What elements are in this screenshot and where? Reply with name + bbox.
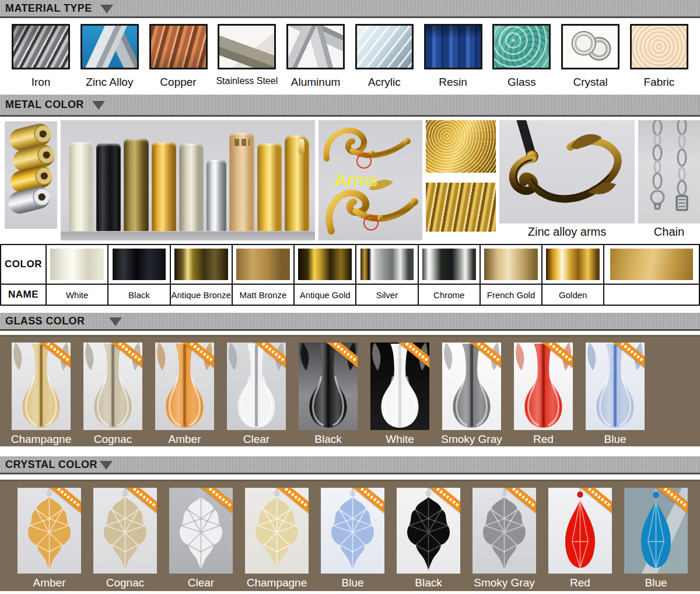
glass-color-card: White [370,343,429,446]
section-title-glass-color: GLASS COLOR [5,315,85,327]
gold-closeups [426,120,496,232]
gold-texture-closeup [426,120,496,173]
crystal-color-photo [169,488,233,574]
glass-color-card: Blue [586,343,645,446]
metal-color-name: Matt Bronze [239,290,286,300]
metal-color-name: Chrome [433,290,464,300]
zinc-alloy-arms-caption: Zinc alloy arms [499,223,635,240]
gold-ridged-closeup [426,183,496,232]
material-photo [80,24,139,69]
crystal-color-photo [321,488,384,574]
metal-color-swatch [236,249,290,280]
glass-color-row: Champagne Cognac [0,335,700,446]
metal-color-swatch-cell [481,245,542,284]
zinc-arm-graphic [499,120,635,223]
cylinder-french-gold [229,133,254,231]
metal-color-name-cell: Antique Bronze [171,285,233,305]
material-item: Aluminum [283,24,348,89]
metal-color-table: COLOR NAME White Black Antique Bronze Ma… [0,244,700,306]
crystal-color-card: Champagne [245,488,309,589]
metal-color-photos: Arms Zinc alloy arms [0,117,700,242]
glass-color-photo [442,343,501,430]
chain-block: Chain [638,120,700,240]
material-label: Aluminum [291,76,340,89]
crystal-color-card: Amber [18,488,81,589]
section-header-metal-color: METAL COLOR [0,95,700,117]
metal-color-name-cell [604,285,699,305]
color-row-header: COLOR [1,245,47,284]
product-spec-sheet: MATERIAL TYPE Iron Zinc Alloy Copper Sta… [0,0,700,591]
glass-color-photo [155,343,214,430]
material-item: Stainless Steel [214,24,279,89]
metal-color-swatch [50,249,104,280]
metal-color-swatch-cell [233,245,295,284]
material-item: Crystal [558,24,623,89]
material-label: Glass [508,76,536,89]
cylinder-antique-bronze [124,139,148,231]
section-header-crystal-color: CRYSTAL COLOR [0,456,700,474]
crystal-color-label: Blue [341,576,363,589]
section-title-metal-color: METAL COLOR [5,99,84,111]
material-label: Zinc Alloy [86,76,133,89]
metal-color-swatch-cell [108,245,170,284]
metal-color-name: White [66,290,88,300]
chain-graphic [638,120,700,223]
material-item: Acrylic [352,24,417,89]
material-photo [355,24,414,69]
crystal-color-card: Red [548,488,612,589]
crystal-color-photo [548,488,612,574]
crystal-color-label: Champagne [247,576,307,589]
crystal-color-row: Amber [0,480,700,591]
material-photo [12,24,70,69]
metal-color-name-cell: Golden [542,285,604,305]
glass-color-label: Champagne [11,433,72,446]
cylinder-white [69,142,93,231]
glass-color-card: Smoky Gray [442,343,501,446]
glass-color-label: Blue [604,433,626,446]
material-item: Iron [8,24,74,89]
glass-color-label: Black [314,433,341,446]
metal-color-name-cell: Matt Bronze [233,285,295,305]
material-photo [492,24,551,69]
crystal-color-label: Red [570,576,590,589]
spacer [0,306,700,313]
material-type-row: Iron Zinc Alloy Copper Stainless Steel A… [0,18,700,95]
metal-color-swatch-cell [171,245,233,284]
cylinder-champagne [179,144,204,231]
chain-photo [638,120,700,223]
name-row: NAME White Black Antique Bronze Matt Bro… [1,285,699,305]
section-title-crystal-color: CRYSTAL COLOR [5,459,97,471]
material-label: Acrylic [368,76,401,89]
cylinder-gold [152,142,176,231]
material-label: Stainless Steel [216,76,278,86]
glass-color-photo [514,343,573,430]
metal-color-name: Golden [559,290,587,300]
material-photo [286,24,345,69]
color-names: White Black Antique Bronze Matt Bronze A… [47,285,699,305]
color-row: COLOR [1,245,699,285]
metal-color-name-cell: White [47,285,108,305]
material-item: Fabric [626,24,692,89]
triangle-down-icon [100,461,113,470]
glass-color-photo [12,343,71,430]
metal-color-swatch [360,249,414,280]
glass-color-card: Red [514,343,573,446]
glass-color-card: Champagne [12,343,71,446]
material-item: Copper [146,24,211,89]
metal-color-swatch-cell [604,245,699,284]
glass-color-photo [83,343,142,430]
metal-color-name-cell: Silver [356,285,418,305]
metal-color-name: Antique Bronze [171,290,231,300]
material-label: Fabric [643,76,674,89]
metal-color-name-cell: Chrome [419,285,481,305]
crystal-color-photo [473,488,536,574]
triangle-down-icon [92,101,105,110]
material-label: Iron [32,76,51,89]
glass-color-photo [299,343,358,430]
cylinder-gold-foil [285,135,309,231]
metal-color-swatch [298,249,352,280]
crystal-color-label: Blue [645,576,667,589]
metal-cylinders-photo [61,120,315,240]
glass-color-photo [370,343,429,430]
material-photo [218,24,276,69]
